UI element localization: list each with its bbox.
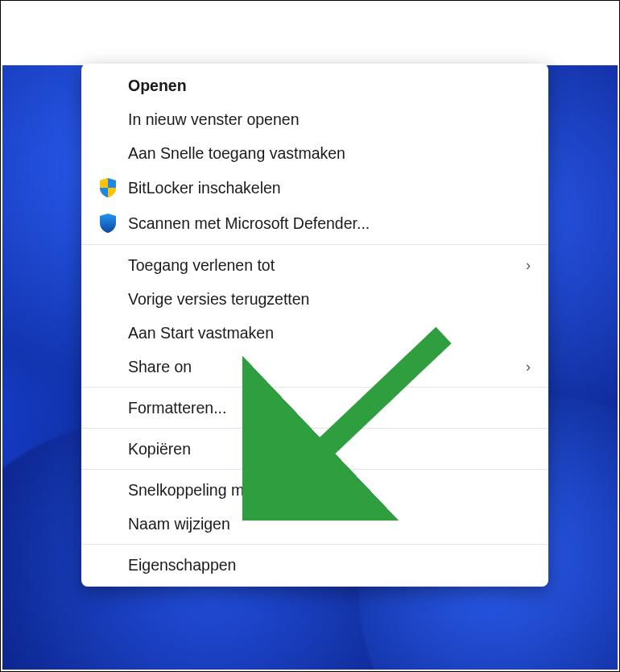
open-item[interactable]: Openen — [81, 68, 548, 102]
menu-item-label: Scannen met Microsoft Defender... — [128, 214, 534, 233]
menu-separator — [81, 387, 548, 388]
shield-defender-icon — [96, 212, 120, 234]
copy-item[interactable]: Kopiëren — [81, 432, 548, 466]
bitlocker-item[interactable]: BitLocker inschakelen — [81, 170, 548, 205]
rename-item[interactable]: Naam wijzigen — [81, 507, 548, 541]
shield-uac-icon — [96, 176, 120, 199]
restore-versions-item[interactable]: Vorige versies terugzetten — [81, 282, 548, 316]
menu-separator — [81, 428, 548, 429]
menu-item-label: Snelkoppeling maken — [128, 481, 534, 500]
pin-start-item[interactable]: Aan Start vastmaken — [81, 316, 548, 350]
menu-item-label: In nieuw venster openen — [128, 110, 534, 129]
share-on-item[interactable]: Share on› — [81, 350, 548, 384]
format-item[interactable]: Formatteren... — [81, 391, 548, 425]
menu-item-label: Eigenschappen — [128, 556, 534, 575]
defender-scan-item[interactable]: Scannen met Microsoft Defender... — [81, 205, 548, 241]
properties-item[interactable]: Eigenschappen — [81, 548, 548, 582]
menu-item-label: Openen — [128, 77, 534, 95]
chevron-right-icon: › — [526, 359, 534, 375]
create-shortcut-item[interactable]: Snelkoppeling maken — [81, 473, 548, 507]
menu-item-label: Naam wijzigen — [128, 515, 534, 533]
menu-separator — [81, 544, 548, 545]
menu-item-label: Aan Snelle toegang vastmaken — [128, 144, 534, 163]
menu-item-label: Share on — [128, 358, 526, 376]
open-new-window-item[interactable]: In nieuw venster openen — [81, 102, 548, 136]
menu-item-label: Toegang verlenen tot — [128, 256, 526, 275]
menu-item-label: Formatteren... — [128, 399, 534, 417]
pin-quick-access-item[interactable]: Aan Snelle toegang vastmaken — [81, 136, 548, 170]
menu-separator — [81, 244, 548, 245]
menu-item-label: Vorige versies terugzetten — [128, 290, 534, 309]
chevron-right-icon: › — [526, 257, 534, 274]
menu-item-label: BitLocker inschakelen — [128, 179, 534, 197]
menu-item-label: Kopiëren — [128, 440, 534, 458]
context-menu: OpenenIn nieuw venster openenAan Snelle … — [81, 64, 548, 587]
give-access-item[interactable]: Toegang verlenen tot› — [81, 248, 548, 282]
menu-separator — [81, 469, 548, 470]
menu-item-label: Aan Start vastmaken — [128, 324, 534, 342]
